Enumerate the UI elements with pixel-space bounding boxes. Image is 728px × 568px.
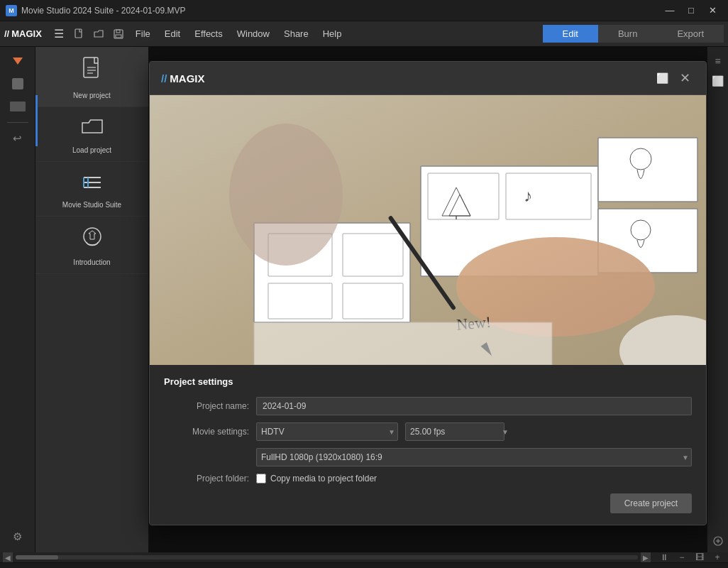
play-button[interactable]: ⏸ <box>656 550 672 564</box>
new-project-icon <box>82 57 103 87</box>
dialog-header: // MAGIX ⬜ ✕ <box>150 62 706 95</box>
logo-text: MAGIX <box>11 28 42 39</box>
mode-buttons: Edit Burn Export <box>543 25 724 43</box>
dialog-preview: ♪ <box>150 95 706 365</box>
dialog-expand-button[interactable]: ⬜ <box>652 69 673 87</box>
scroll-left-button[interactable]: ◀ <box>3 552 13 562</box>
settings-row-project-name: Project name: <box>164 397 692 415</box>
settings-row-folder: Project folder: Copy media to project fo… <box>164 474 692 484</box>
copy-media-checkbox[interactable] <box>256 474 266 484</box>
copy-media-label[interactable]: Copy media to project folder <box>270 474 377 484</box>
dialog-close-button[interactable]: ✕ <box>675 69 695 87</box>
sidebar-settings-button[interactable]: ⚙ <box>5 527 31 547</box>
svg-rect-17 <box>343 234 403 276</box>
square-icon <box>12 78 23 89</box>
sidebar-undo-button[interactable]: ↩ <box>5 129 31 148</box>
panel-item-load-project[interactable]: Load project <box>35 107 148 162</box>
window-title: Movie Studio 2024 Suite - 2024-01-09.MVP <box>21 6 660 16</box>
svg-rect-18 <box>268 283 332 319</box>
dialog-overlay: // MAGIX ⬜ ✕ <box>149 47 707 552</box>
scroll-track[interactable] <box>16 555 638 559</box>
svg-rect-19 <box>343 283 403 319</box>
svg-rect-0 <box>75 29 82 38</box>
movie-studio-icon <box>81 172 104 197</box>
edit-mode-button[interactable]: Edit <box>543 25 598 43</box>
load-project-label: Load project <box>72 146 111 154</box>
hamburger-menu-button[interactable]: ☰ <box>49 24 69 44</box>
rect-icon <box>10 102 26 111</box>
new-project-label: New project <box>73 92 111 99</box>
timeline-end-controls: ⏸ − 🎞 + <box>656 550 725 564</box>
fps-select[interactable]: 25.00 fps <box>405 422 504 441</box>
settings-title: Project settings <box>164 376 692 387</box>
title-bar: M Movie Studio 2024 Suite - 2024-01-09.M… <box>0 0 728 21</box>
right-panel-fx-button[interactable] <box>710 532 727 550</box>
panel-accent-bar <box>35 95 38 146</box>
right-panel-list-button[interactable]: ≡ <box>710 53 727 70</box>
project-name-input[interactable] <box>256 397 692 415</box>
menu-item-edit[interactable]: Edit <box>158 26 187 42</box>
settings-row-resolution: FullHD 1080p (1920x1080) 16:9 ▼ <box>164 448 692 466</box>
menu-bar: // MAGIX ☰ File Edit Effects Window Shar… <box>0 21 728 47</box>
window-controls: — □ ✕ <box>660 4 722 18</box>
magix-logo: // MAGIX <box>4 28 42 39</box>
dialog-logo-text: MAGIX <box>170 72 204 84</box>
minimize-button[interactable]: — <box>660 4 680 18</box>
right-panel: ≡ ⬜ <box>707 47 728 552</box>
introduction-icon <box>82 226 102 254</box>
new-file-button[interactable] <box>69 24 89 44</box>
movie-studio-label: Movie Studio Suite <box>62 201 121 209</box>
svg-rect-33 <box>254 322 552 365</box>
load-project-icon <box>81 117 104 142</box>
storyboard-preview: ♪ <box>150 95 706 365</box>
settings-row-movie: Movie settings: HDTV ▼ 25.00 fps ▼ <box>164 422 692 441</box>
movie-settings-label: Movie settings: <box>164 427 249 437</box>
project-name-label: Project name: <box>164 401 249 411</box>
filter-icon <box>13 58 23 65</box>
export-mode-button[interactable]: Export <box>657 25 724 43</box>
panel-item-movie-studio[interactable]: Movie Studio Suite <box>35 162 148 217</box>
svg-point-35 <box>229 124 343 266</box>
create-project-row: Create project <box>164 491 692 513</box>
burn-mode-button[interactable]: Burn <box>598 25 657 43</box>
movie-settings-select[interactable]: HDTV <box>256 422 398 441</box>
scroll-right-button[interactable]: ▶ <box>641 552 651 562</box>
content-area: // MAGIX ⬜ ✕ <box>149 47 707 552</box>
close-button[interactable]: ✕ <box>702 4 722 18</box>
right-panel-expand-button[interactable]: ⬜ <box>710 72 727 89</box>
sidebar-separator <box>7 122 28 123</box>
film-button[interactable]: 🎞 <box>692 550 707 564</box>
sidebar-rect-button[interactable] <box>5 97 31 116</box>
left-sidebar: ↩ ⚙ <box>0 47 35 552</box>
menu-item-share[interactable]: Share <box>277 26 316 42</box>
dialog-logo-slashes: // <box>161 72 167 84</box>
h-scrollbar: ◀ ▶ ⏸ − 🎞 + <box>0 552 728 562</box>
dialog-header-controls: ⬜ ✕ <box>652 69 695 87</box>
menu-item-file[interactable]: File <box>128 26 158 42</box>
sidebar-square-button[interactable] <box>5 74 31 94</box>
menu-item-window[interactable]: Window <box>230 26 277 42</box>
project-folder-label: Project folder: <box>164 474 249 484</box>
maximize-button[interactable]: □ <box>681 4 701 18</box>
status-bar: CPU: — <box>0 562 728 568</box>
main-layout: ↩ ⚙ New project L <box>0 47 728 552</box>
svg-rect-2 <box>116 35 121 38</box>
copy-media-checkbox-row: Copy media to project folder <box>256 474 377 484</box>
introduction-label: Introduction <box>73 258 110 266</box>
save-button[interactable] <box>109 24 128 44</box>
svg-rect-21 <box>428 173 499 219</box>
open-folder-button[interactable] <box>89 24 109 44</box>
minus-button[interactable]: − <box>674 550 690 564</box>
panel-item-introduction[interactable]: Introduction <box>35 217 148 274</box>
sidebar-filter-button[interactable] <box>5 51 31 71</box>
plus-button[interactable]: + <box>710 550 725 564</box>
create-project-button[interactable]: Create project <box>610 493 692 513</box>
svg-rect-25 <box>598 138 697 202</box>
menu-item-help[interactable]: Help <box>316 26 349 42</box>
resolution-select[interactable]: FullHD 1080p (1920x1080) 16:9 <box>256 448 692 466</box>
fps-select-wrapper: 25.00 fps ▼ <box>405 422 512 441</box>
svg-text:♪: ♪ <box>524 187 532 205</box>
menu-item-effects[interactable]: Effects <box>187 26 230 42</box>
panel-item-new-project[interactable]: New project <box>35 47 148 107</box>
scroll-thumb[interactable] <box>16 555 58 559</box>
